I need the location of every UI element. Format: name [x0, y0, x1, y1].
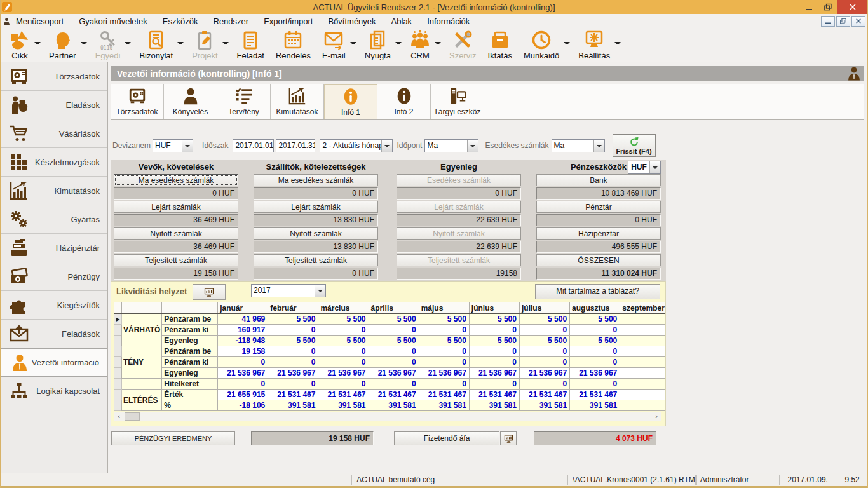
grid-cell[interactable]: 0 — [318, 357, 369, 368]
chevron-down-icon[interactable] — [81, 42, 87, 47]
grid-cell[interactable]: 0 — [469, 325, 519, 336]
tab-terv-teny[interactable]: Terv/tény — [217, 84, 271, 119]
grid-cell[interactable]: 21 536 967 — [419, 368, 469, 379]
teljesitett-szamlak-button[interactable]: Teljesített számlák — [254, 254, 378, 266]
chevron-down-icon[interactable] — [435, 42, 441, 47]
grid-cell[interactable]: 0 — [268, 325, 318, 336]
grid-cell[interactable]: 5 500 — [570, 336, 620, 346]
toolbar-iktatas-button[interactable]: Iktatás — [482, 28, 518, 60]
grid-cell[interactable]: 0 — [469, 379, 519, 390]
grid-cell[interactable]: 21 531 467 — [570, 390, 620, 400]
grid-cell[interactable]: 0 — [318, 379, 369, 390]
grid-cell[interactable]: 21 536 967 — [469, 368, 519, 379]
grid-cell[interactable]: 391 581 — [570, 400, 620, 411]
grid-cell[interactable]: 21 536 967 — [268, 368, 318, 379]
grid-cell[interactable]: 0 — [570, 379, 620, 390]
grid-cell[interactable]: 21 531 467 — [469, 390, 519, 400]
month-column-header[interactable]: január — [218, 302, 268, 314]
toolbar-partner-button[interactable]: Partner — [43, 28, 82, 60]
financial-result-button[interactable]: PÉNZÜGYI EREDMÉNY — [111, 431, 235, 445]
grid-cell[interactable]: 0 — [519, 346, 569, 357]
bank-button[interactable]: Bank — [536, 174, 661, 186]
grid-cell[interactable]: 0 — [570, 346, 620, 357]
row-selector[interactable] — [114, 357, 122, 368]
menu-item-export-import[interactable]: Export/import — [264, 17, 313, 26]
menu-item-gyakori-muveletek[interactable]: Gyakori műveletek — [79, 17, 147, 26]
grid-cell[interactable]: 0 — [268, 379, 318, 390]
grid-cell[interactable]: 0 — [469, 346, 519, 357]
sidebar-item-kimutatasok[interactable]: Kimutatások — [0, 177, 107, 205]
grid-cell[interactable]: 0 — [469, 357, 519, 368]
refresh-button[interactable]: Frissít (F4) — [613, 134, 656, 157]
lejart-szamlak-button[interactable]: Lejárt számlák — [254, 201, 378, 213]
grid-cell[interactable]: 391 581 — [268, 400, 318, 411]
sidebar-item-feladasok[interactable]: Feladások — [0, 320, 107, 348]
scrollbar-thumb[interactable] — [125, 412, 140, 421]
toolbar-munkaido-button[interactable]: Munkaidő — [518, 28, 565, 60]
sidebar-item-torzsadatok[interactable]: Törzsadatok — [0, 62, 107, 91]
grid-cell[interactable]: 21 536 967 — [369, 368, 419, 379]
grid-cell[interactable]: 391 581 — [519, 400, 569, 411]
sidebar-item-eladasok[interactable]: Eladások — [0, 91, 107, 119]
sidebar-item-hazipenztar[interactable]: Házipénztár — [0, 234, 107, 262]
vat-payable-button[interactable]: Fizetendő áfa — [394, 431, 499, 445]
chevron-down-icon[interactable] — [614, 42, 621, 47]
grid-cell[interactable]: 5 500 — [469, 314, 519, 325]
grid-cell[interactable]: 21 531 467 — [318, 390, 369, 400]
grid-cell[interactable]: 21 531 467 — [268, 390, 318, 400]
grid-cell[interactable]: 21 536 967 — [519, 368, 569, 379]
toolbar-bizonylat-button[interactable]: Bizonylat — [133, 28, 179, 60]
month-column-header[interactable]: június — [469, 302, 519, 314]
grid-cell[interactable]: 5 500 — [570, 314, 620, 325]
mdi-close-button[interactable] — [851, 16, 865, 27]
liquidity-chart-button[interactable] — [193, 284, 226, 300]
toolbar-beallitas-button[interactable]: Beállítás — [573, 28, 616, 60]
month-column-header[interactable]: május — [419, 302, 469, 314]
month-column-header[interactable]: február — [268, 302, 318, 314]
ma-esedekes-szamlak-button[interactable]: Ma esedékes számlák — [114, 174, 238, 186]
row-selector[interactable] — [114, 400, 122, 411]
grid-cell[interactable]: 21 536 967 — [218, 368, 268, 379]
grid-cell[interactable]: 0 — [318, 346, 369, 357]
grid-cell[interactable]: 0 — [570, 325, 620, 336]
chevron-down-icon[interactable] — [564, 42, 570, 47]
nyitott-szamlak-button[interactable]: Nyitott számlák — [254, 227, 378, 240]
menu-item-informaciok[interactable]: Információk — [427, 17, 470, 26]
grid-cell[interactable]: 0 — [419, 325, 469, 336]
minimize-button[interactable] — [799, 0, 818, 14]
grid-cell[interactable]: 0 — [519, 357, 569, 368]
table-info-button[interactable]: Mit tartalmaz a táblázat? — [535, 284, 660, 299]
grid-cell[interactable]: 0 — [268, 357, 318, 368]
grid-cell[interactable]: 5 500 — [519, 336, 569, 346]
grid-cell[interactable]: 5 500 — [268, 314, 318, 325]
sidebar-item-logikai-kapcsolat[interactable]: Logikai kapcsolat — [0, 377, 107, 405]
grid-cell[interactable]: 5 500 — [519, 314, 569, 325]
tab-torzsadatok[interactable]: Törzsadatok — [111, 84, 164, 119]
grid-cell[interactable]: 0 — [369, 346, 419, 357]
row-selector[interactable] — [114, 390, 122, 400]
panel-currency-select[interactable]: HUF — [628, 161, 661, 174]
chevron-down-icon[interactable] — [177, 42, 184, 47]
grid-cell[interactable]: 5 500 — [369, 336, 419, 346]
grid-cell[interactable]: 0 — [369, 379, 419, 390]
nyitott-szamlak-button[interactable]: Nyitott számlák — [114, 227, 238, 240]
month-column-header[interactable]: július — [519, 302, 569, 314]
grid-cell[interactable]: 391 581 — [469, 400, 519, 411]
hazipenztar-button[interactable]: Házipénztár — [536, 227, 661, 240]
grid-cell[interactable]: 19 158 — [218, 346, 268, 357]
row-selector[interactable] — [114, 368, 122, 379]
sidebar-item-keszletmozgasok[interactable]: Készletmozgások — [0, 148, 107, 177]
chevron-down-icon[interactable] — [222, 42, 229, 47]
esedekes-select[interactable]: Ma — [552, 139, 605, 152]
grid-cell[interactable]: 0 — [318, 325, 369, 336]
sidebar-item-gyartas[interactable]: Gyártás — [0, 205, 107, 234]
osszesen-button[interactable]: ÖSSZESEN — [536, 254, 661, 266]
grid-cell[interactable]: 5 500 — [419, 314, 469, 325]
grid-cell[interactable]: 0 — [570, 357, 620, 368]
grid-cell[interactable]: 21 531 467 — [419, 390, 469, 400]
grid-cell[interactable]: 0 — [419, 357, 469, 368]
month-column-header[interactable]: április — [369, 302, 419, 314]
grid-cell[interactable]: 160 917 — [218, 325, 268, 336]
grid-cell[interactable]: 41 969 — [218, 314, 268, 325]
grid-cell[interactable]: 5 500 — [318, 336, 369, 346]
